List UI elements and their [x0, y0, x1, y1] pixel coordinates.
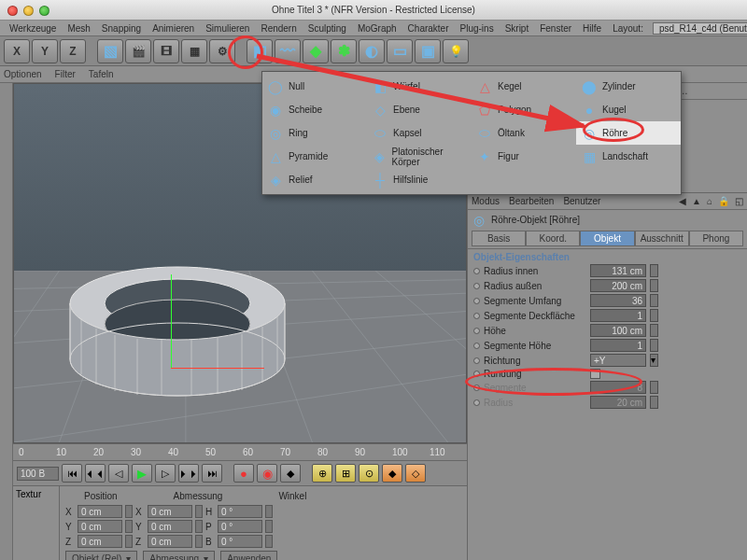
- left-palette[interactable]: [0, 83, 13, 560]
- value-field[interactable]: 100 cm: [590, 324, 646, 337]
- primitive-ebene[interactable]: ◇Ebene: [367, 98, 472, 121]
- window-controls[interactable]: [7, 6, 49, 16]
- attribute-tabs[interactable]: BasisKoord.ObjektAusschnittPhong: [472, 231, 743, 246]
- spinner[interactable]: [650, 309, 658, 322]
- primitive-kugel[interactable]: ●Kugel: [576, 98, 681, 121]
- tab-ausschnitt[interactable]: Ausschnitt: [635, 231, 689, 246]
- menu-sculpting[interactable]: Sculpting: [303, 23, 352, 34]
- checkbox[interactable]: [590, 369, 600, 379]
- viewmenu-tafeln[interactable]: Tafeln: [89, 69, 114, 79]
- deformer-dropdown[interactable]: ◐: [359, 39, 385, 63]
- anim-dot[interactable]: [473, 343, 480, 349]
- generator-dropdown[interactable]: ◆: [303, 39, 329, 63]
- menu-skript[interactable]: Skript: [500, 23, 535, 34]
- light-icon[interactable]: 💡: [443, 39, 469, 63]
- environment-icon[interactable]: ▭: [387, 39, 413, 63]
- anim-dot[interactable]: [473, 399, 480, 406]
- menu-mesh[interactable]: Mesh: [62, 23, 95, 34]
- tab-koord.[interactable]: Koord.: [526, 231, 580, 246]
- spinner[interactable]: [650, 264, 658, 277]
- menu-fenster[interactable]: Fenster: [534, 23, 577, 34]
- attr-menu[interactable]: Benutzer: [563, 196, 600, 206]
- tab-phong[interactable]: Phong: [689, 231, 743, 246]
- primitive-ring[interactable]: ◎Ring: [262, 121, 367, 145]
- clapper-icon[interactable]: 🎬: [125, 39, 151, 63]
- render-settings-icon[interactable]: ⚙: [209, 39, 235, 63]
- primitive-öltank[interactable]: ⬭Öltank: [472, 121, 576, 145]
- spinner[interactable]: [650, 339, 658, 352]
- rot-field[interactable]: 0 °: [218, 505, 262, 518]
- tab-objekt[interactable]: Objekt: [580, 231, 634, 246]
- attr-menu[interactable]: Bearbeiten: [509, 196, 554, 206]
- spline-dropdown[interactable]: 〰: [275, 39, 301, 63]
- back-icon[interactable]: ◀: [679, 196, 686, 206]
- anim-dot[interactable]: [473, 268, 480, 274]
- menu-snapping[interactable]: Snapping: [96, 23, 147, 34]
- primitive-dropdown[interactable]: ◧: [247, 39, 273, 63]
- menu-hilfe[interactable]: Hilfe: [577, 23, 607, 34]
- goto-start-button[interactable]: ⏮: [62, 464, 82, 483]
- step-fwd-button[interactable]: ▷: [155, 464, 176, 483]
- tab-basis[interactable]: Basis: [472, 231, 526, 246]
- primitive-landschaft[interactable]: ▦Landschaft: [576, 145, 681, 168]
- menu-charakter[interactable]: Charakter: [402, 23, 455, 34]
- minimize-icon[interactable]: [23, 6, 34, 16]
- close-icon[interactable]: [7, 6, 18, 16]
- next-key-button[interactable]: ⏵⏵: [178, 464, 199, 483]
- spinner[interactable]: [650, 294, 658, 307]
- menu-mograph[interactable]: MoGraph: [352, 23, 402, 34]
- autokey-button[interactable]: ◉: [257, 464, 277, 483]
- prev-key-button[interactable]: ⏴⏴: [85, 464, 106, 483]
- texture-panel[interactable]: Textur: [13, 486, 60, 560]
- tool-x[interactable]: X: [4, 39, 30, 63]
- rot-key-button[interactable]: ⊙: [359, 464, 379, 483]
- menu-rendern[interactable]: Rendern: [255, 23, 302, 34]
- up-icon[interactable]: ▲: [692, 196, 701, 206]
- tool-z[interactable]: Z: [60, 39, 86, 63]
- home-icon[interactable]: ⌂: [707, 196, 712, 206]
- primitive-relief[interactable]: ◈Relief: [262, 168, 367, 191]
- attribute-menubar[interactable]: ModusBearbeitenBenutzer ◀ ▲ ⌂ 🔒 ◱: [468, 193, 747, 210]
- pla-key-button[interactable]: ◇: [405, 464, 426, 483]
- primitive-hilfslinie[interactable]: ┼Hilfslinie: [367, 168, 472, 191]
- scale-key-button[interactable]: ⊞: [335, 464, 356, 483]
- frame-end[interactable]: 100 B: [17, 467, 59, 481]
- menu-simulieren[interactable]: Simulieren: [200, 23, 255, 34]
- size-field[interactable]: 0 cm: [148, 520, 192, 533]
- primitive-würfel[interactable]: ◧Würfel: [367, 75, 472, 98]
- size-field[interactable]: 0 cm: [148, 535, 192, 548]
- anim-dot[interactable]: [473, 357, 480, 364]
- anim-dot[interactable]: [473, 328, 480, 334]
- anim-dot[interactable]: [473, 298, 480, 304]
- menu-plug-ins[interactable]: Plug-ins: [455, 23, 500, 34]
- layout-value[interactable]: psd_R14_c4d (Benutzer): [653, 22, 747, 35]
- pos-field[interactable]: 0 cm: [78, 520, 122, 533]
- primitive-kapsel[interactable]: ⬭Kapsel: [367, 121, 472, 145]
- value-field[interactable]: 200 cm: [590, 279, 646, 292]
- pos-field[interactable]: 0 cm: [78, 505, 122, 518]
- maximize-icon[interactable]: ◱: [735, 196, 743, 206]
- primitive-zylinder[interactable]: ⬤Zylinder: [576, 75, 681, 98]
- time-ruler[interactable]: 0102030405060708090100110: [13, 444, 467, 461]
- value-field[interactable]: 1: [590, 309, 646, 322]
- array-icon[interactable]: ✽: [331, 39, 357, 63]
- param-key-button[interactable]: ◆: [382, 464, 402, 483]
- step-back-button[interactable]: ◁: [108, 464, 129, 483]
- anim-dot[interactable]: [473, 283, 480, 289]
- primitive-platonischer körper[interactable]: ◈Platonischer Körper: [367, 145, 472, 168]
- primitive-röhre[interactable]: ◎Röhre: [576, 121, 681, 145]
- menu-werkzeuge[interactable]: Werkzeuge: [4, 23, 62, 34]
- pos-key-button[interactable]: ⊕: [312, 464, 332, 483]
- scale-mode-dropdown[interactable]: Abmessung▾: [143, 551, 215, 560]
- primitive-menu[interactable]: ◯Null◉Scheibe◎Ring△Pyramide◈Relief◧Würfe…: [261, 71, 682, 195]
- primitive-kegel[interactable]: △Kegel: [472, 75, 576, 98]
- primitive-pyramide[interactable]: △Pyramide: [262, 145, 367, 168]
- zoom-icon[interactable]: [39, 6, 49, 16]
- anim-dot[interactable]: [473, 385, 480, 391]
- apply-button[interactable]: Anwenden: [220, 551, 277, 560]
- coord-mode-dropdown[interactable]: Objekt (Rel)▾: [65, 551, 137, 560]
- keyframe-icon[interactable]: ◆: [280, 464, 301, 483]
- main-menubar[interactable]: WerkzeugeMeshSnappingAnimierenSimulieren…: [0, 21, 747, 36]
- anim-dot[interactable]: [473, 313, 480, 319]
- camera-icon[interactable]: ▣: [415, 39, 441, 63]
